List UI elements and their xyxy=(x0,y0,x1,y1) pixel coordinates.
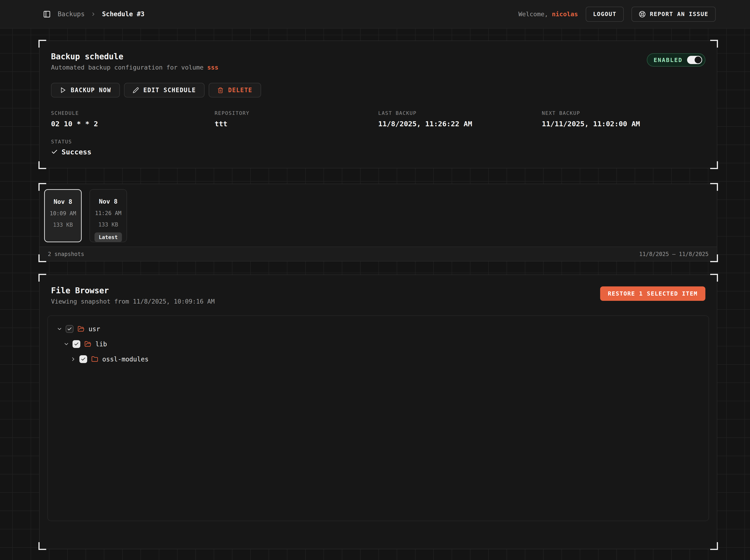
delete-button[interactable]: DELETE xyxy=(209,83,261,97)
corner-bracket xyxy=(710,40,718,47)
top-bar: Backups Schedule #3 Welcome, nicolas LOG… xyxy=(0,0,750,28)
field-schedule: SCHEDULE 02 10 * * 2 xyxy=(51,110,215,128)
sidebar-toggle-icon[interactable] xyxy=(43,10,51,18)
field-last-backup: LAST BACKUP 11/8/2025, 11:26:22 AM xyxy=(378,110,542,128)
file-browser-subtitle: Viewing snapshot from 11/8/2025, 10:09:1… xyxy=(51,298,215,305)
snapshot-card-selected[interactable]: Nov 8 10:09 AM 133 KB xyxy=(44,189,82,242)
checkbox-lib[interactable] xyxy=(73,340,80,348)
snapshot-date: Nov 8 xyxy=(99,198,117,205)
enabled-label: ENABLED xyxy=(654,57,683,63)
folder-open-icon xyxy=(78,325,84,333)
logout-button[interactable]: LOGOUT xyxy=(586,7,624,22)
schedule-card-title: Backup schedule xyxy=(51,52,218,61)
file-browser-card: File Browser Viewing snapshot from 11/8/… xyxy=(39,275,717,549)
snapshot-size: 133 KB xyxy=(98,221,118,228)
snapshot-time: 10:09 AM xyxy=(50,210,76,217)
edit-schedule-label: EDIT SCHEDULE xyxy=(143,87,196,94)
toggle-knob xyxy=(695,57,702,63)
trash-icon xyxy=(217,87,223,93)
backup-now-label: BACKUP NOW xyxy=(71,87,111,94)
field-value: ttt xyxy=(215,120,378,128)
username: nicolas xyxy=(552,11,578,18)
folder-icon xyxy=(91,356,98,363)
corner-bracket xyxy=(710,161,718,169)
schedule-fields: SCHEDULE 02 10 * * 2 REPOSITORY ttt LAST… xyxy=(51,110,705,128)
chevron-down-icon[interactable] xyxy=(57,326,62,332)
snapshot-time: 11:26 AM xyxy=(95,210,121,216)
snapshot-count: 2 snapshots xyxy=(48,251,84,257)
schedule-card-subtitle: Automated backup configuration for volum… xyxy=(51,64,218,71)
tree-item-label: usr xyxy=(88,325,100,333)
snapshot-date-range: 11/8/2025 – 11/8/2025 xyxy=(639,251,709,257)
file-browser-title: File Browser xyxy=(51,286,215,295)
corner-bracket xyxy=(38,40,46,47)
backup-now-button[interactable]: BACKUP NOW xyxy=(51,83,120,97)
backup-schedule-card: Backup schedule Automated backup configu… xyxy=(39,40,717,168)
field-label: SCHEDULE xyxy=(51,110,215,116)
report-issue-label: REPORT AN ISSUE xyxy=(650,11,708,17)
lifebuoy-icon xyxy=(639,11,646,18)
file-tree: usr lib xyxy=(47,316,709,521)
field-label: REPOSITORY xyxy=(215,110,378,116)
folder-open-icon xyxy=(84,341,91,347)
delete-label: DELETE xyxy=(228,87,252,94)
status-label: STATUS xyxy=(51,139,705,144)
breadcrumb-current: Schedule #3 xyxy=(102,10,144,18)
field-next-backup: NEXT BACKUP 11/11/2025, 11:02:00 AM xyxy=(542,110,705,128)
breadcrumb: Backups Schedule #3 xyxy=(58,10,144,18)
toggle-switch[interactable] xyxy=(687,56,702,64)
status-badge: Success xyxy=(62,148,92,156)
tree-row-ossl-modules[interactable]: ossl-modules xyxy=(48,352,709,367)
field-label: LAST BACKUP xyxy=(378,110,542,116)
welcome-text: Welcome, nicolas xyxy=(518,11,578,18)
tree-row-usr[interactable]: usr xyxy=(48,321,709,337)
snapshot-card-latest[interactable]: Nov 8 11:26 AM 133 KB Latest xyxy=(90,189,127,242)
checkbox-usr[interactable] xyxy=(66,325,74,333)
snapshot-timeline: Nov 8 10:09 AM 133 KB Nov 8 11:26 AM 133… xyxy=(40,184,717,242)
restore-button[interactable]: RESTORE 1 SELECTED ITEM xyxy=(600,286,705,301)
corner-bracket xyxy=(38,161,46,169)
field-value: 11/11/2025, 11:02:00 AM xyxy=(542,120,705,128)
volume-name: sss xyxy=(207,64,218,71)
tree-item-label: lib xyxy=(95,340,107,348)
chevron-right-icon xyxy=(91,12,96,17)
tree-row-lib[interactable]: lib xyxy=(48,337,709,352)
check-icon xyxy=(51,148,58,155)
latest-badge: Latest xyxy=(95,233,122,242)
snapshots-footer: 2 snapshots 11/8/2025 – 11/8/2025 xyxy=(40,246,717,261)
enabled-toggle[interactable]: ENABLED xyxy=(647,53,705,66)
snapshot-size: 133 KB xyxy=(53,222,73,228)
corner-bracket xyxy=(710,274,718,282)
checkbox-ossl-modules[interactable] xyxy=(79,355,87,363)
corner-bracket xyxy=(38,542,46,550)
report-issue-button[interactable]: REPORT AN ISSUE xyxy=(631,7,716,22)
corner-bracket xyxy=(710,542,718,550)
field-label: NEXT BACKUP xyxy=(542,110,705,116)
tree-item-label: ossl-modules xyxy=(102,356,149,363)
edit-schedule-button[interactable]: EDIT SCHEDULE xyxy=(124,83,205,97)
logout-label: LOGOUT xyxy=(593,11,616,17)
snapshot-date: Nov 8 xyxy=(54,198,72,205)
corner-bracket xyxy=(38,274,46,282)
breadcrumb-parent[interactable]: Backups xyxy=(58,10,85,18)
status-block: STATUS Success xyxy=(51,139,705,156)
pencil-icon xyxy=(133,87,139,93)
field-repository: REPOSITORY ttt xyxy=(215,110,378,128)
snapshots-card: Nov 8 10:09 AM 133 KB Nov 8 11:26 AM 133… xyxy=(39,184,717,261)
chevron-right-icon[interactable] xyxy=(70,356,76,362)
chevron-down-icon[interactable] xyxy=(63,341,69,347)
play-icon xyxy=(60,87,66,93)
field-value: 02 10 * * 2 xyxy=(51,120,215,128)
field-value: 11/8/2025, 11:26:22 AM xyxy=(378,120,542,128)
